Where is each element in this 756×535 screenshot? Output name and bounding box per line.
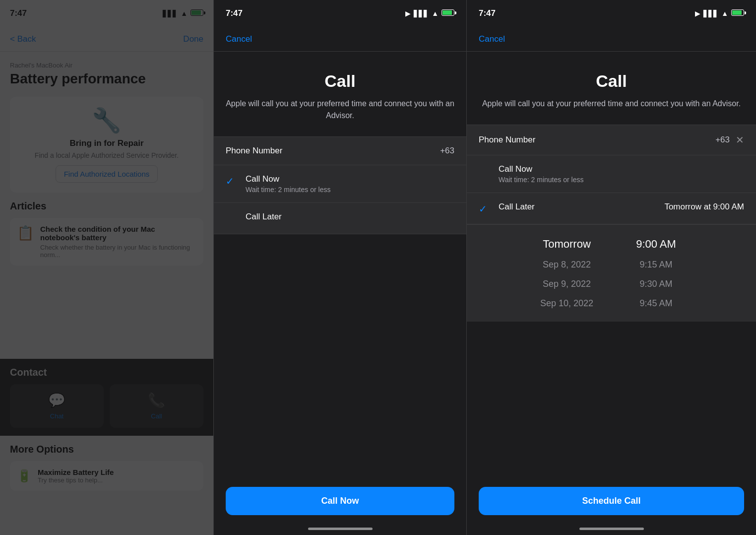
s1-contact-section: Contact 💬 Chat 📞 Call [0,359,213,436]
s3-picker-time-915[interactable]: 9:15 AM [639,257,672,273]
s3-call-now-title: Call Now [499,164,744,174]
s3-time-picker-column[interactable]: 9:00 AM 9:15 AM 9:30 AM 9:45 AM [622,235,691,312]
s2-nav: Cancel [214,27,466,52]
s3-picker-date-sep9[interactable]: Sep 9, 2022 [543,276,591,292]
s2-cancel-button[interactable]: Cancel [226,34,252,44]
phone-icon: 📞 [148,392,165,408]
s1-article-desc: Check whether the battery in your Mac is… [40,244,196,259]
s1-page-title: Battery performance [10,71,203,87]
s3-phone-value: +63 [715,135,730,145]
s1-time: 7:47 [10,8,27,18]
screen1-iphone: 7:47 ▋▋▋ ▲ < Back Done Rachel's MacBook … [0,0,213,535]
s1-repair-desc: Find a local Apple Authorized Service Pr… [20,151,193,159]
s1-more-options-section: More Options 🔋 Maximize Battery Life Try… [0,436,213,535]
s3-phone-clear-button[interactable]: ✕ [736,134,744,146]
signal-icon: ▋▋▋ [163,10,178,17]
s3-phone-label: Phone Number [479,135,715,145]
s3-hero-desc: Apple will call you at your preferred ti… [479,98,744,110]
s3-picker-time-900[interactable]: 9:00 AM [636,235,676,254]
s1-contact-buttons: 💬 Chat 📞 Call [10,384,203,428]
s3-status-icons: ▶ ▋▋▋ ▲ [695,9,744,17]
s3-home-bar [579,528,644,530]
s2-option-call-later[interactable]: ✓ Call Later [214,203,466,234]
s2-option-call-now[interactable]: ✓ Call Now Wait time: 2 minutes or less [214,165,466,203]
s1-more-item-desc: Try these tips to help... [38,476,114,484]
s3-call-later-time: Tomorrow at 9:00 AM [664,202,744,212]
screen2-call-modal: 7:47 ▶ ▋▋▋ ▲ Cancel Call Apple will call… [213,0,466,535]
s2-status-bar: 7:47 ▶ ▋▋▋ ▲ [214,0,466,27]
s3-picker-date-sep8[interactable]: Sep 8, 2022 [543,257,591,273]
s2-home-bar [308,528,373,530]
screen3-schedule-call: 7:47 ▶ ▋▋▋ ▲ Cancel Call Apple will call… [466,0,756,535]
s1-call-label: Call [151,412,162,420]
s3-options: ✓ Call Now Wait time: 2 minutes or less … [467,155,756,224]
s2-check-call-now: ✓ [226,175,238,187]
s3-picker-date-sep10[interactable]: Sep 10, 2022 [540,295,593,312]
s3-option-call-now[interactable]: ✓ Call Now Wait time: 2 minutes or less [467,155,756,193]
s1-nav: < Back Done [0,27,213,52]
s1-status-icons: ▋▋▋ ▲ [163,9,203,18]
s2-hero-title: Call [226,71,454,91]
s1-repair-icon: 🔧 [20,107,193,134]
s1-more-item-title: Maximize Battery Life [38,468,114,476]
s2-battery-icon [441,9,454,17]
s1-article: 📋 Check the condition of your Mac notebo… [10,218,203,266]
s2-call-now-subtitle: Wait time: 2 minutes or less [246,186,454,194]
s2-options: ✓ Call Now Wait time: 2 minutes or less … [214,165,466,234]
s3-hero-title: Call [479,71,744,91]
s2-call-later-title: Call Later [246,212,454,222]
s3-location-icon: ▶ [695,9,700,17]
s2-signal-icon: ▋▋▋ [414,10,429,17]
s1-chat-button[interactable]: 💬 Chat [10,384,104,428]
s3-status-bar: 7:47 ▶ ▋▋▋ ▲ [467,0,756,27]
s2-hero: Call Apple will call you at your preferr… [214,52,466,136]
s3-date-time-picker[interactable]: Tomorrow Sep 8, 2022 Sep 9, 2022 Sep 10,… [467,225,756,322]
s1-chat-label: Chat [50,412,63,420]
s3-hero: Call Apple will call you at your preferr… [467,52,756,125]
s2-cta-area: Call Now [226,487,454,515]
s2-time: 7:47 [226,8,243,18]
s2-phone-label: Phone Number [226,146,440,156]
battery-life-icon: 🔋 [17,469,32,483]
s1-more-options-title: More Options [10,444,203,455]
s3-signal-icon: ▋▋▋ [703,10,718,17]
s1-find-locations-button[interactable]: Find Authorized Locations [56,165,158,183]
s3-cancel-button[interactable]: Cancel [479,34,505,44]
s2-wifi-icon: ▲ [432,9,439,17]
s3-check-call-later: ✓ [479,203,491,215]
s1-status-bar: 7:47 ▋▋▋ ▲ [0,0,213,27]
s3-option-call-later[interactable]: ✓ Call Later Tomorrow at 9:00 AM [467,193,756,224]
s2-status-icons: ▶ ▋▋▋ ▲ [405,9,454,17]
s3-nav: Cancel [467,27,756,52]
s1-device-label: Rachel's MacBook Air [10,62,203,69]
s1-more-item[interactable]: 🔋 Maximize Battery Life Try these tips t… [10,461,203,491]
battery-icon [190,9,203,18]
chat-icon: 💬 [48,392,65,408]
s2-hero-desc: Apple will call you at your preferred ti… [226,98,454,122]
s2-phone-row[interactable]: Phone Number +63 [214,137,466,165]
s3-picker-time-945[interactable]: 9:45 AM [639,295,672,312]
s2-call-now-title: Call Now [246,174,454,184]
s1-repair-title: Bring in for Repair [20,138,193,148]
s3-cta-area: Schedule Call [479,487,744,515]
s1-back-button[interactable]: < Back [10,34,36,44]
s2-phone-value: +63 [440,146,454,156]
s1-done-button[interactable]: Done [183,34,203,44]
s3-schedule-call-button[interactable]: Schedule Call [479,487,744,515]
wifi-icon: ▲ [181,9,188,17]
s1-repair-card: 🔧 Bring in for Repair Find a local Apple… [10,97,203,193]
s3-time: 7:47 [479,8,496,18]
s3-phone-row[interactable]: Phone Number +63 ✕ [467,125,756,155]
s3-wifi-icon: ▲ [721,9,728,17]
s1-articles-title: Articles [10,201,203,212]
s2-call-now-button[interactable]: Call Now [226,487,454,515]
s1-article-icon: 📋 [17,225,34,241]
s3-picker-date-tomorrow[interactable]: Tomorrow [543,235,591,254]
s3-call-now-subtitle: Wait time: 2 minutes or less [499,176,744,184]
s1-contact-title: Contact [10,367,203,378]
s3-date-picker-column[interactable]: Tomorrow Sep 8, 2022 Sep 9, 2022 Sep 10,… [532,235,602,312]
s1-call-button[interactable]: 📞 Call [110,384,203,428]
s3-picker-time-930[interactable]: 9:30 AM [639,276,672,292]
s2-location-icon: ▶ [405,9,411,17]
s3-battery-icon [731,9,744,17]
